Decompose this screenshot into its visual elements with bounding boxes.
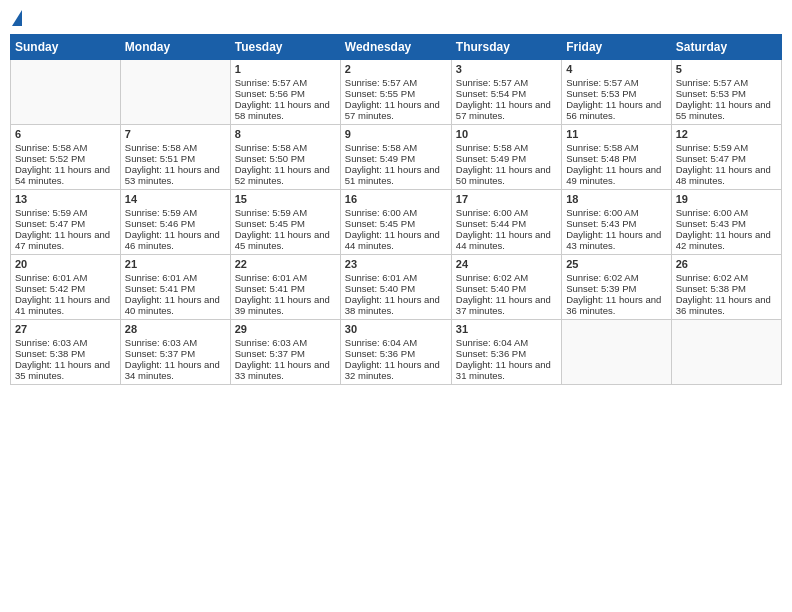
calendar-day-cell	[562, 320, 671, 385]
calendar-day-cell: 22Sunrise: 6:01 AMSunset: 5:41 PMDayligh…	[230, 255, 340, 320]
day-number: 7	[125, 128, 226, 140]
day-number: 6	[15, 128, 116, 140]
day-info-line: Sunset: 5:38 PM	[676, 283, 777, 294]
day-info-line: Sunrise: 6:02 AM	[676, 272, 777, 283]
weekday-header: Friday	[562, 35, 671, 60]
calendar-day-cell: 11Sunrise: 5:58 AMSunset: 5:48 PMDayligh…	[562, 125, 671, 190]
day-number: 11	[566, 128, 666, 140]
day-info-line: Sunrise: 5:59 AM	[15, 207, 116, 218]
day-info-line: Sunset: 5:49 PM	[345, 153, 447, 164]
day-info-line: Sunrise: 6:01 AM	[235, 272, 336, 283]
day-number: 17	[456, 193, 557, 205]
day-info-line: Sunrise: 5:58 AM	[566, 142, 666, 153]
day-info-line: Sunset: 5:52 PM	[15, 153, 116, 164]
calendar-table: SundayMondayTuesdayWednesdayThursdayFrid…	[10, 34, 782, 385]
day-info-line: Daylight: 11 hours and 42 minutes.	[676, 229, 777, 251]
day-info-line: Sunset: 5:36 PM	[345, 348, 447, 359]
day-info-line: Sunset: 5:48 PM	[566, 153, 666, 164]
calendar-week-row: 1Sunrise: 5:57 AMSunset: 5:56 PMDaylight…	[11, 60, 782, 125]
day-number: 9	[345, 128, 447, 140]
day-info-line: Sunset: 5:47 PM	[15, 218, 116, 229]
day-info-line: Sunrise: 6:03 AM	[235, 337, 336, 348]
day-info-line: Sunrise: 6:02 AM	[456, 272, 557, 283]
calendar-day-cell: 19Sunrise: 6:00 AMSunset: 5:43 PMDayligh…	[671, 190, 781, 255]
day-number: 12	[676, 128, 777, 140]
day-number: 30	[345, 323, 447, 335]
day-number: 19	[676, 193, 777, 205]
calendar-day-cell: 17Sunrise: 6:00 AMSunset: 5:44 PMDayligh…	[451, 190, 561, 255]
day-info-line: Daylight: 11 hours and 46 minutes.	[125, 229, 226, 251]
day-number: 14	[125, 193, 226, 205]
day-info-line: Sunset: 5:47 PM	[676, 153, 777, 164]
weekday-header: Tuesday	[230, 35, 340, 60]
calendar-day-cell: 8Sunrise: 5:58 AMSunset: 5:50 PMDaylight…	[230, 125, 340, 190]
day-info-line: Daylight: 11 hours and 41 minutes.	[15, 294, 116, 316]
day-number: 15	[235, 193, 336, 205]
day-info-line: Daylight: 11 hours and 53 minutes.	[125, 164, 226, 186]
calendar-header-row: SundayMondayTuesdayWednesdayThursdayFrid…	[11, 35, 782, 60]
day-number: 26	[676, 258, 777, 270]
day-number: 20	[15, 258, 116, 270]
calendar-day-cell: 31Sunrise: 6:04 AMSunset: 5:36 PMDayligh…	[451, 320, 561, 385]
calendar-day-cell: 12Sunrise: 5:59 AMSunset: 5:47 PMDayligh…	[671, 125, 781, 190]
day-info-line: Sunset: 5:53 PM	[566, 88, 666, 99]
calendar-day-cell: 20Sunrise: 6:01 AMSunset: 5:42 PMDayligh…	[11, 255, 121, 320]
day-number: 31	[456, 323, 557, 335]
day-info-line: Daylight: 11 hours and 55 minutes.	[676, 99, 777, 121]
day-info-line: Sunset: 5:49 PM	[456, 153, 557, 164]
day-info-line: Daylight: 11 hours and 34 minutes.	[125, 359, 226, 381]
day-info-line: Sunrise: 6:00 AM	[566, 207, 666, 218]
day-info-line: Sunrise: 5:58 AM	[235, 142, 336, 153]
day-info-line: Daylight: 11 hours and 51 minutes.	[345, 164, 447, 186]
calendar-day-cell: 15Sunrise: 5:59 AMSunset: 5:45 PMDayligh…	[230, 190, 340, 255]
day-info-line: Sunrise: 6:02 AM	[566, 272, 666, 283]
day-info-line: Sunset: 5:45 PM	[235, 218, 336, 229]
day-info-line: Sunset: 5:51 PM	[125, 153, 226, 164]
day-number: 8	[235, 128, 336, 140]
day-number: 23	[345, 258, 447, 270]
day-info-line: Sunrise: 6:03 AM	[125, 337, 226, 348]
day-info-line: Daylight: 11 hours and 36 minutes.	[566, 294, 666, 316]
calendar-day-cell: 3Sunrise: 5:57 AMSunset: 5:54 PMDaylight…	[451, 60, 561, 125]
day-info-line: Sunset: 5:40 PM	[345, 283, 447, 294]
day-info-line: Daylight: 11 hours and 33 minutes.	[235, 359, 336, 381]
day-info-line: Daylight: 11 hours and 49 minutes.	[566, 164, 666, 186]
weekday-header: Monday	[120, 35, 230, 60]
day-info-line: Sunset: 5:46 PM	[125, 218, 226, 229]
day-number: 28	[125, 323, 226, 335]
day-info-line: Sunrise: 6:00 AM	[345, 207, 447, 218]
calendar-day-cell: 18Sunrise: 6:00 AMSunset: 5:43 PMDayligh…	[562, 190, 671, 255]
calendar-day-cell: 6Sunrise: 5:58 AMSunset: 5:52 PMDaylight…	[11, 125, 121, 190]
day-info-line: Daylight: 11 hours and 57 minutes.	[345, 99, 447, 121]
day-info-line: Sunset: 5:41 PM	[235, 283, 336, 294]
calendar-day-cell: 24Sunrise: 6:02 AMSunset: 5:40 PMDayligh…	[451, 255, 561, 320]
calendar-day-cell	[671, 320, 781, 385]
day-info-line: Sunrise: 5:57 AM	[235, 77, 336, 88]
day-info-line: Sunrise: 6:01 AM	[15, 272, 116, 283]
day-info-line: Sunrise: 5:59 AM	[125, 207, 226, 218]
day-info-line: Daylight: 11 hours and 32 minutes.	[345, 359, 447, 381]
calendar-day-cell	[11, 60, 121, 125]
day-info-line: Sunset: 5:36 PM	[456, 348, 557, 359]
calendar-week-row: 6Sunrise: 5:58 AMSunset: 5:52 PMDaylight…	[11, 125, 782, 190]
day-number: 29	[235, 323, 336, 335]
day-info-line: Sunset: 5:39 PM	[566, 283, 666, 294]
calendar-week-row: 20Sunrise: 6:01 AMSunset: 5:42 PMDayligh…	[11, 255, 782, 320]
day-info-line: Sunset: 5:43 PM	[566, 218, 666, 229]
calendar-day-cell: 21Sunrise: 6:01 AMSunset: 5:41 PMDayligh…	[120, 255, 230, 320]
weekday-header: Saturday	[671, 35, 781, 60]
day-info-line: Sunset: 5:53 PM	[676, 88, 777, 99]
day-info-line: Daylight: 11 hours and 37 minutes.	[456, 294, 557, 316]
day-info-line: Sunrise: 5:57 AM	[566, 77, 666, 88]
day-number: 13	[15, 193, 116, 205]
calendar-week-row: 27Sunrise: 6:03 AMSunset: 5:38 PMDayligh…	[11, 320, 782, 385]
calendar-day-cell: 29Sunrise: 6:03 AMSunset: 5:37 PMDayligh…	[230, 320, 340, 385]
day-info-line: Sunrise: 5:58 AM	[15, 142, 116, 153]
day-info-line: Daylight: 11 hours and 31 minutes.	[456, 359, 557, 381]
day-info-line: Daylight: 11 hours and 44 minutes.	[345, 229, 447, 251]
day-info-line: Daylight: 11 hours and 47 minutes.	[15, 229, 116, 251]
day-info-line: Sunrise: 6:04 AM	[345, 337, 447, 348]
day-number: 25	[566, 258, 666, 270]
day-info-line: Sunset: 5:38 PM	[15, 348, 116, 359]
day-info-line: Sunrise: 5:58 AM	[345, 142, 447, 153]
